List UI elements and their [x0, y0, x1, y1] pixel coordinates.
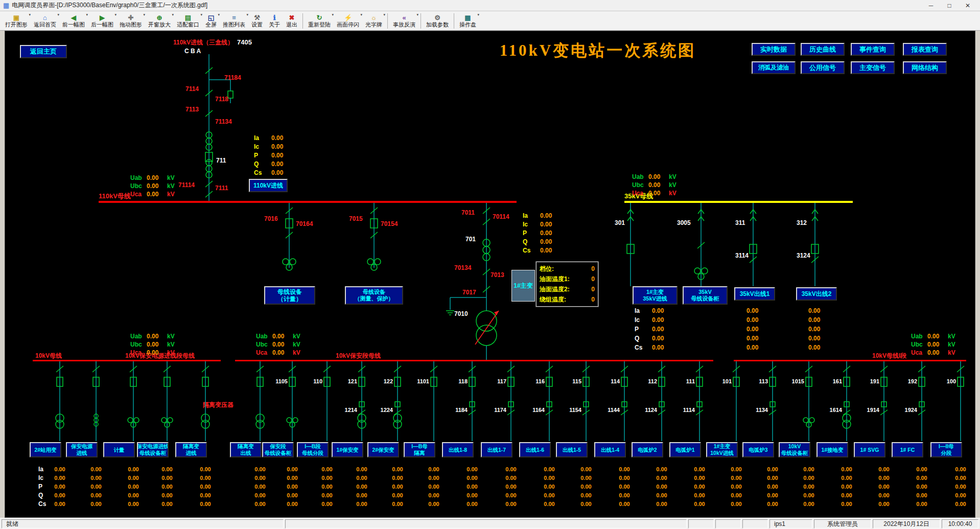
feeder-grounding-transformer-1-button[interactable]: 1#接地变 [816, 442, 848, 457]
feeder-station-transformer-2-button[interactable]: 2#站用变 [30, 442, 61, 457]
feeder-10kv-bus-cabinet-button[interactable]: 10kV母线设备柜 [779, 442, 810, 457]
feeder-main-transformer-10kv-incoming-button[interactable]: 1#主变10kV进线 [706, 442, 738, 457]
next-graph-icon: ▶ [100, 14, 105, 21]
toolbar-button-about[interactable]: ℹ关于 [266, 12, 283, 30]
toolbar-button-label: 后一幅图 [91, 21, 113, 28]
feeder-security-power-incoming-button[interactable]: 保安电源进线 [66, 442, 98, 457]
status-spacer [285, 519, 687, 528]
toolbar-button-label: 设置 [251, 21, 263, 28]
toolbar-button-accident-replay[interactable]: «事故反演▾ [390, 12, 418, 30]
history-curve-button[interactable]: 历史曲线 [801, 43, 845, 56]
toolbar-button-stop-flash[interactable]: ⚡画面停闪▾ [334, 12, 362, 30]
feeder-arc-furnace-3-button[interactable]: 电弧炉3 [742, 442, 774, 457]
feeder-arc-furnace-1-button[interactable]: 电弧炉1 [669, 442, 701, 457]
toolbar-button-label: 光字牌 [365, 21, 382, 28]
network-structure-button[interactable]: 网络结构 [903, 61, 947, 74]
toolbar-button-home-page[interactable]: ⌂返回首页▾ [31, 12, 59, 30]
app-window: ▦ 电网调度员界面-[D:/IPS3000/BaseEnv/graph0/三盒重… [0, 0, 980, 529]
open-graphic-icon: ▣ [13, 14, 19, 21]
toolbar-separator [421, 13, 421, 29]
minimize-button[interactable]: ─ [922, 1, 940, 11]
feeder-outline-1-8-button[interactable]: 出线1-8 [442, 442, 474, 457]
fit-window-icon: ▤ [185, 14, 191, 21]
main-transformer-35kv-incoming-button[interactable]: 1#主变35kV进线 [633, 286, 678, 305]
35kv-outline-1-button[interactable]: 35kV出线1 [734, 287, 775, 301]
status-ready: 就绪 [2, 519, 284, 528]
toolbar-button-prev-graph[interactable]: ◀前一幅图▾ [59, 12, 88, 30]
feeder-security-transformer-1-button[interactable]: 1#保安变 [332, 442, 363, 457]
close-button[interactable]: ✕ [959, 1, 977, 11]
toolbar-button-fullscreen[interactable]: ◱全屏▾ [202, 12, 220, 30]
feeder-outline-1-5-button[interactable]: 出线1-5 [556, 442, 588, 457]
toolbar-button-label: 重新登陆 [308, 21, 331, 28]
toolbar-button-light-board[interactable]: ☼光字牌▾ [362, 12, 385, 30]
feeder-outline-1-4-button[interactable]: 出线1-4 [594, 442, 626, 457]
status-empty-1 [688, 519, 714, 528]
feeder-isolation-transformer-outgoing-button[interactable]: 隔离变出线 [230, 442, 262, 457]
maximize-button[interactable]: □ [940, 1, 959, 11]
light-board-icon: ☼ [371, 14, 377, 21]
home-page-icon: ⌂ [43, 14, 47, 21]
feeder-svg-1-button[interactable]: 1# SVG [854, 442, 885, 457]
load-params-icon: ⚙ [434, 14, 440, 21]
report-query-button[interactable]: 报表查询 [903, 43, 947, 56]
status-bar: 就绪 ips1 系统管理员 2022年10月12日 10:00:40 [0, 518, 980, 529]
feeder-i-ii-bus-section-button[interactable]: I—II母分段 [930, 442, 962, 457]
feeder-security-incoming-bus-cabinet-button[interactable]: 保安电源进线母线设备柜 [137, 442, 169, 457]
dropdown-arrow-icon[interactable]: ▾ [416, 13, 418, 17]
toolbar-button-label: 退出 [286, 21, 297, 28]
transformer-temp-panel: 档位:0油面温度1:0油面温度2:0绕组温度:0 [536, 262, 598, 307]
stop-flash-icon: ⚡ [344, 14, 352, 21]
common-signal-button[interactable]: 公用信号 [801, 61, 845, 74]
feeder-security-bus-cabinet-button[interactable]: 保安段母线设备柜 [262, 442, 294, 457]
toolbar-button-open-graphic[interactable]: ▣打开图形▾ [2, 12, 31, 30]
35kv-outline-2-button[interactable]: 35kV出线2 [796, 287, 837, 301]
toolbar-button-zoom-window[interactable]: ⊕开窗放大▾ [145, 12, 174, 30]
feeder-outline-1-6-button[interactable]: 出线1-6 [519, 442, 551, 457]
toolbar-button-label: 返回首页 [34, 21, 56, 28]
toolbar-button-push-list[interactable]: ≡推图列表▾ [220, 12, 248, 30]
toolbar-button-relogin[interactable]: ↻重新登陆▾ [305, 12, 334, 30]
toolbar-button-load-params[interactable]: ⚙加载参数 [423, 12, 452, 30]
realtime-data-button[interactable]: 实时数据 [752, 43, 796, 56]
temp-panel-row: 油面温度2:0 [540, 285, 595, 294]
dropdown-arrow-icon[interactable]: ▾ [383, 13, 385, 17]
feeder-arc-furnace-2-button[interactable]: 电弧炉2 [632, 442, 663, 457]
status-empty-2 [715, 519, 741, 528]
toolbar-button-exit[interactable]: ✖退出 [283, 12, 300, 30]
bus-device-metering-button[interactable]: 母线设备（计量） [264, 286, 315, 305]
home-button[interactable]: 返回主页 [20, 45, 67, 58]
toolbar-button-label: 适配窗口 [177, 21, 199, 28]
toolbar-button-next-graph[interactable]: ▶后一幅图▾ [88, 12, 116, 30]
toolbar-separator [454, 13, 454, 29]
main-transformer-signal-button[interactable]: 主变信号 [851, 61, 895, 74]
feeder-security-transformer-2-button[interactable]: 2#保安变 [367, 442, 399, 457]
toolbar-button-fit-window[interactable]: ▤适配窗口▾ [174, 12, 202, 30]
incoming-110kv-button[interactable]: 110kV进线 [249, 179, 288, 192]
toolbar-button-drag-graphic[interactable]: ✚拖动图形▾ [116, 12, 145, 30]
toolbar-button-label: 前一幅图 [62, 21, 85, 28]
feeder-outline-1-7-button[interactable]: 出线1-7 [481, 442, 512, 457]
feeder-fc-1-button[interactable]: 1# FC [892, 442, 923, 457]
event-query-button[interactable]: 事件查询 [851, 43, 895, 56]
app-icon: ▦ [3, 2, 9, 9]
exit-icon: ✖ [289, 14, 295, 21]
feeder-ib-bus-section-button[interactable]: I—B段母线分段 [297, 442, 329, 457]
toolbar-button-settings[interactable]: ⚒设置 [248, 12, 266, 30]
temp-panel-row: 油面温度1:0 [540, 274, 595, 284]
toolbar-button-operation-panel[interactable]: ▩操作盘▾ [456, 12, 479, 30]
bus-device-measure-protect-button[interactable]: 母线设备（测量、保护） [345, 286, 403, 305]
main-transformer-1-button[interactable]: 1#主变 [511, 270, 535, 302]
toolbar-button-label: 打开图形 [5, 21, 28, 28]
feeder-metering-button[interactable]: 计量 [103, 442, 135, 457]
feeder-ib-bus-isolation-button[interactable]: I—B母隔离 [404, 442, 435, 457]
toolbar-button-label: 关于 [269, 21, 280, 28]
arc-suppression-oil-filter-button[interactable]: 消弧及滤油 [752, 61, 796, 74]
feeder-isolation-transformer-incoming-button[interactable]: 隔离变进线 [175, 442, 207, 457]
toolbar-separator [302, 13, 303, 29]
status-date: 2022年10月12日 [873, 519, 940, 528]
toolbar-button-label: 加载参数 [426, 21, 449, 28]
dropdown-arrow-icon[interactable]: ▾ [477, 13, 479, 17]
window-title: 电网调度员界面-[D:/IPS3000/BaseEnv/graph0/三盒重工/… [12, 1, 207, 10]
35kv-bus-cabinet-button[interactable]: 35kV母线设备柜 [683, 286, 728, 305]
